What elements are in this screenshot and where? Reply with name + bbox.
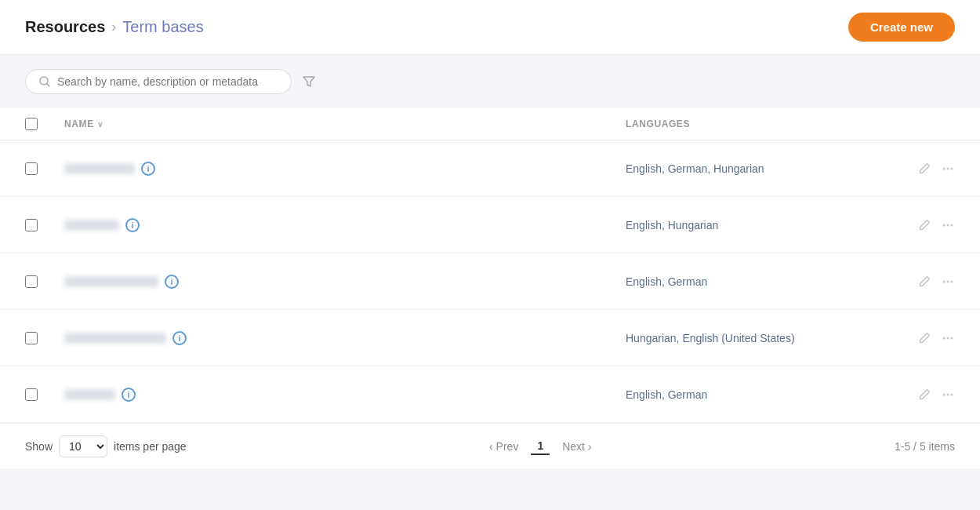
actions-cell — [877, 331, 955, 345]
svg-point-15 — [943, 393, 946, 395]
search-icon — [38, 75, 51, 88]
svg-point-8 — [951, 224, 953, 226]
sort-arrow-icon: ∨ — [97, 120, 103, 129]
svg-point-11 — [951, 280, 953, 282]
table-row: i English, German, Hungarian — [0, 140, 980, 197]
next-label: Next — [562, 440, 585, 453]
per-page-select[interactable]: 102550100 — [59, 435, 107, 457]
edit-icon[interactable] — [917, 162, 931, 176]
page-count: 1-5 / 5 items — [895, 440, 955, 453]
svg-point-10 — [947, 280, 949, 282]
name-cell: i — [64, 275, 626, 289]
row-checkbox-cell[interactable] — [25, 162, 64, 175]
create-new-button[interactable]: Create new — [848, 13, 955, 42]
svg-point-5 — [951, 167, 953, 169]
next-button[interactable]: Next › — [556, 437, 597, 456]
name-text — [64, 333, 166, 344]
name-cell: i — [64, 218, 626, 232]
languages-cell: Hungarian, English (United States) — [626, 332, 877, 344]
languages-cell: English, Hungarian — [626, 219, 877, 231]
svg-point-17 — [951, 393, 953, 395]
table-row: i English, German — [0, 366, 980, 423]
more-options-icon[interactable] — [941, 275, 955, 289]
name-cell: i — [64, 388, 626, 402]
page-footer: Show 102550100 items per page ‹ Prev 1 N… — [0, 423, 980, 468]
filter-icon[interactable] — [301, 74, 317, 89]
row-checkbox[interactable] — [25, 162, 38, 175]
search-wrapper — [25, 69, 292, 94]
languages-cell: English, German — [626, 388, 877, 401]
info-icon[interactable]: i — [172, 331, 187, 345]
more-options-icon[interactable] — [941, 331, 955, 345]
svg-point-16 — [947, 393, 949, 395]
name-text — [64, 276, 158, 287]
current-page[interactable]: 1 — [531, 438, 550, 455]
pagination: ‹ Prev 1 Next › — [483, 437, 598, 456]
edit-icon[interactable] — [917, 331, 931, 345]
table-row: i English, German — [0, 253, 980, 310]
actions-cell — [877, 275, 955, 289]
actions-cell — [877, 162, 955, 176]
languages-cell: English, German, Hungarian — [626, 162, 877, 175]
row-checkbox[interactable] — [25, 219, 38, 231]
items-per-page-control: Show 102550100 items per page — [25, 435, 187, 457]
row-checkbox-cell[interactable] — [25, 332, 64, 344]
name-text — [64, 220, 119, 231]
row-checkbox[interactable] — [25, 332, 38, 344]
select-all-cell[interactable] — [25, 118, 64, 130]
breadcrumb-current: Term bases — [122, 18, 203, 36]
svg-point-13 — [947, 337, 949, 339]
table-row: i Hungarian, English (United States) — [0, 310, 980, 366]
col-header-name[interactable]: NAME ∨ — [64, 118, 626, 129]
prev-arrow-icon: ‹ — [489, 440, 493, 453]
row-checkbox-cell[interactable] — [25, 219, 64, 231]
name-cell: i — [64, 162, 626, 176]
edit-icon[interactable] — [917, 218, 931, 232]
page-header: Resources › Term bases Create new — [0, 0, 980, 55]
svg-line-1 — [47, 84, 50, 87]
name-text — [64, 389, 115, 400]
row-checkbox[interactable] — [25, 388, 38, 401]
edit-icon[interactable] — [917, 388, 931, 402]
row-checkbox-cell[interactable] — [25, 388, 64, 401]
items-per-page-label: items per page — [114, 440, 187, 453]
next-arrow-icon: › — [588, 440, 592, 453]
svg-point-6 — [943, 224, 946, 226]
svg-point-4 — [947, 167, 949, 169]
name-cell: i — [64, 331, 626, 345]
row-checkbox[interactable] — [25, 275, 38, 288]
more-options-icon[interactable] — [941, 162, 955, 176]
actions-cell — [877, 218, 955, 232]
svg-point-12 — [943, 337, 946, 339]
info-icon[interactable]: i — [165, 275, 179, 289]
col-header-languages: LANGUAGES — [626, 118, 877, 129]
table-header: NAME ∨ LANGUAGES — [0, 108, 980, 140]
svg-point-9 — [943, 280, 946, 282]
edit-icon[interactable] — [917, 275, 931, 289]
svg-marker-2 — [303, 77, 314, 86]
prev-button[interactable]: ‹ Prev — [483, 437, 524, 456]
svg-point-3 — [943, 167, 946, 169]
search-bar-area — [0, 55, 980, 108]
languages-cell: English, German — [626, 275, 877, 288]
breadcrumb-parent: Resources — [25, 18, 105, 36]
actions-cell — [877, 388, 955, 402]
breadcrumb-separator: › — [111, 19, 116, 35]
more-options-icon[interactable] — [941, 388, 955, 402]
page-range: 1-5 — [895, 440, 910, 453]
search-input[interactable] — [57, 75, 278, 88]
breadcrumb: Resources › Term bases — [25, 18, 204, 36]
svg-point-14 — [951, 337, 953, 339]
table-row: i English, Hungarian — [0, 197, 980, 253]
table-rows: i English, German, Hungarian — [0, 140, 980, 423]
select-all-checkbox[interactable] — [25, 118, 38, 130]
show-label: Show — [25, 440, 53, 453]
prev-label: Prev — [496, 440, 519, 453]
info-icon[interactable]: i — [141, 162, 155, 176]
row-checkbox-cell[interactable] — [25, 275, 64, 288]
info-icon[interactable]: i — [122, 388, 136, 402]
info-icon[interactable]: i — [125, 218, 140, 232]
svg-point-7 — [947, 224, 949, 226]
more-options-icon[interactable] — [941, 218, 955, 232]
table-container: NAME ∨ LANGUAGES i English, German, Hung… — [0, 108, 980, 423]
